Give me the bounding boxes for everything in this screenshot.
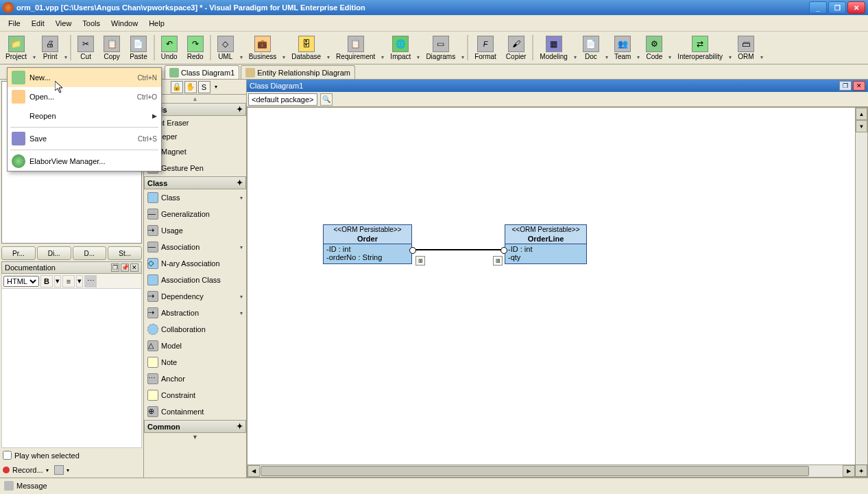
- align-dropdown[interactable]: ▾: [76, 275, 83, 287]
- toolbar-database[interactable]: 🗄Database: [287, 32, 326, 63]
- status-message[interactable]: Message: [16, 482, 47, 490]
- canvas-scrollbar-vertical[interactable]: ▲ ▼: [855, 108, 867, 464]
- toolbar-redo[interactable]: ↷Redo: [182, 32, 208, 63]
- expand-icon: ✦: [237, 422, 243, 431]
- palette-nary-association[interactable]: ◇N-ary Association: [144, 255, 246, 272]
- bold-dropdown[interactable]: ▾: [54, 275, 61, 287]
- scroll-left-icon[interactable]: ◀: [248, 465, 260, 477]
- palette-note[interactable]: Note: [144, 354, 246, 370]
- tab-pr[interactable]: Pr...: [1, 246, 36, 260]
- palette-association[interactable]: —Association▾: [144, 239, 246, 255]
- toolbar-diagrams[interactable]: ▭Diagrams: [421, 32, 460, 63]
- palette-class[interactable]: Class▾: [144, 189, 246, 206]
- toolbar-interoperability[interactable]: ⇄Interoperability: [673, 32, 727, 63]
- menu-file[interactable]: File: [3, 17, 26, 30]
- scroll-down-icon[interactable]: ▼: [856, 120, 867, 132]
- doc-close-icon[interactable]: ✕: [130, 263, 138, 272]
- menu-tools[interactable]: Tools: [77, 17, 106, 30]
- palette-model[interactable]: △Model: [144, 338, 246, 354]
- palette-association-class[interactable]: Association Class: [144, 272, 246, 288]
- record-options-icon[interactable]: [54, 465, 64, 475]
- toolbar-paste[interactable]: 📄Paste: [125, 32, 152, 63]
- scroll-up-icon[interactable]: ▲: [856, 108, 867, 120]
- palette-anchor[interactable]: ⋯Anchor: [144, 370, 246, 387]
- minimize-button[interactable]: _: [809, 1, 827, 14]
- toolbar-copier[interactable]: 🖌Copier: [501, 32, 531, 63]
- canvas-scrollbar-horizontal[interactable]: ◀ ▶: [248, 464, 855, 477]
- menu-window[interactable]: Window: [106, 17, 143, 30]
- palette-scroll-down[interactable]: ▼: [144, 433, 246, 441]
- toolbar-code[interactable]: ⚙Code: [641, 32, 667, 63]
- uml-class-orderline[interactable]: <<ORM Persistable>> OrderLine -ID : int …: [505, 224, 587, 264]
- canvas-search-icon[interactable]: 🔍: [320, 93, 333, 106]
- maximize-button[interactable]: ❐: [828, 1, 846, 14]
- canvas-restore-icon[interactable]: ❐: [839, 81, 852, 91]
- tab-st[interactable]: St...: [108, 246, 142, 260]
- palette-collaboration[interactable]: Collaboration: [144, 321, 246, 338]
- toolbar-doc[interactable]: 📄Doc: [578, 32, 604, 63]
- tab-er-diagram[interactable]: Entity Relationship Diagram: [241, 65, 355, 79]
- tab-di[interactable]: Di...: [37, 246, 71, 260]
- scroll-right-icon[interactable]: ▶: [843, 465, 855, 477]
- documentation-editor[interactable]: [1, 289, 142, 448]
- toolbar-print-dropdown[interactable]: ▾: [63, 32, 69, 63]
- toolbar-copy[interactable]: 📋Copy: [99, 32, 125, 63]
- record-options-dropdown[interactable]: ▾: [67, 467, 69, 473]
- toolbar-impact[interactable]: 🌐Impact: [385, 32, 415, 63]
- palette-abstraction[interactable]: ⇢Abstraction▾: [144, 305, 246, 321]
- palette-lock-icon[interactable]: 🔒: [171, 81, 183, 93]
- palette-hand-icon[interactable]: ✋: [184, 81, 197, 93]
- doc-format-select[interactable]: HTML: [3, 276, 39, 287]
- record-dropdown[interactable]: ▾: [46, 467, 49, 473]
- toolbar-modeling[interactable]: ▦Modeling: [535, 32, 572, 63]
- doc-pin-icon[interactable]: 📌: [121, 263, 129, 272]
- menu-item-save[interactable]: Save Ctrl+S: [8, 129, 161, 148]
- record-label[interactable]: Record...: [12, 466, 43, 474]
- menu-item-reopen[interactable]: Reopen ▶: [8, 106, 161, 126]
- diagram-canvas[interactable]: <<ORM Persistable>> Order -ID : int -ord…: [247, 107, 868, 478]
- canvas-close-icon[interactable]: ✕: [853, 81, 865, 91]
- menu-edit[interactable]: Edit: [26, 17, 50, 30]
- close-button[interactable]: ✕: [847, 1, 865, 14]
- toolbar-undo[interactable]: ↶Undo: [156, 32, 182, 63]
- menu-help[interactable]: Help: [143, 17, 170, 30]
- toolbar-print[interactable]: 🖨Print: [37, 32, 63, 63]
- scroll-thumb[interactable]: [261, 466, 809, 476]
- toolbar-format[interactable]: FFormat: [470, 32, 501, 63]
- app-icon: [3, 2, 14, 13]
- association-role-right[interactable]: ⊞: [493, 256, 503, 266]
- association-role-left[interactable]: ⊞: [415, 256, 425, 266]
- association-line[interactable]: [412, 249, 505, 250]
- canvas-resize-grip[interactable]: ✦: [855, 464, 867, 477]
- package-selector[interactable]: <default package>: [248, 93, 317, 106]
- uml-class-order[interactable]: <<ORM Persistable>> Order -ID : int -ord…: [323, 224, 412, 264]
- toolbar-orm[interactable]: 🗃ORM: [733, 32, 759, 63]
- menu-item-open[interactable]: Open... Ctrl+O: [8, 87, 161, 106]
- palette-s-dropdown[interactable]: ▾: [211, 84, 221, 90]
- palette-usage[interactable]: ⇢Usage: [144, 222, 246, 239]
- palette-generalization[interactable]: —Generalization: [144, 206, 246, 222]
- play-checkbox[interactable]: [3, 451, 12, 460]
- toolbar-uml[interactable]: ◇UML: [213, 32, 239, 63]
- doc-more-button[interactable]: ⋯: [84, 275, 97, 287]
- toolbar-project[interactable]: 📁Project: [1, 32, 32, 63]
- menu-item-elaborview[interactable]: ElaborView Manager...: [8, 152, 161, 171]
- tab-class-diagram[interactable]: Class Diagram1: [165, 65, 239, 79]
- menu-view[interactable]: View: [50, 17, 77, 30]
- menu-item-new[interactable]: New... Ctrl+N: [8, 68, 161, 87]
- align-button[interactable]: ≡: [62, 275, 75, 287]
- toolbar-business[interactable]: 💼Business: [244, 32, 282, 63]
- palette-group-class[interactable]: Class✦: [144, 176, 246, 189]
- palette-group-common[interactable]: Common✦: [144, 420, 246, 433]
- bold-button[interactable]: B: [40, 275, 53, 287]
- toolbar-requirement[interactable]: 📋Requirement: [331, 32, 380, 63]
- palette-constraint[interactable]: Constraint: [144, 387, 246, 403]
- toolbar-team[interactable]: 👥Team: [610, 32, 636, 63]
- toolbar-cut[interactable]: ✂Cut: [73, 32, 99, 63]
- palette-s-icon[interactable]: S: [198, 81, 210, 93]
- doc-restore-icon[interactable]: ❐: [111, 263, 119, 272]
- palette-dependency[interactable]: ⇢Dependency▾: [144, 288, 246, 305]
- palette-containment[interactable]: ⊕Containment: [144, 403, 246, 420]
- toolbar-project-dropdown[interactable]: ▾: [32, 32, 37, 63]
- tab-d[interactable]: D...: [73, 246, 107, 260]
